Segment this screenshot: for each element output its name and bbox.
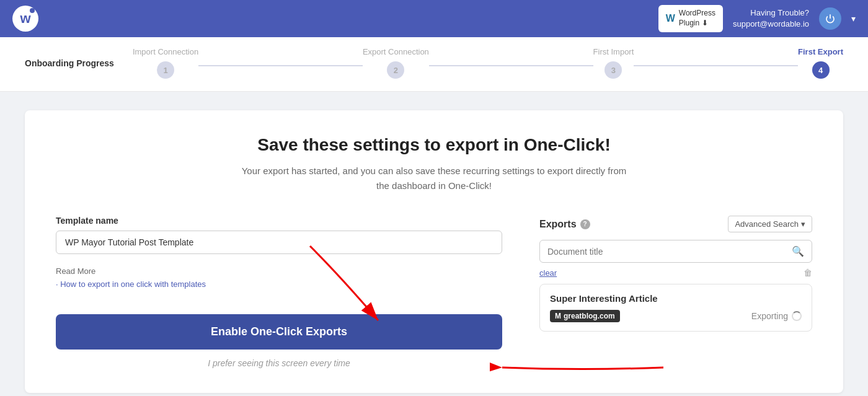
support-email-link[interactable]: support@wordable.io bbox=[733, 19, 809, 29]
two-col-layout: Template name Read More · How to export … bbox=[56, 216, 812, 368]
arrow-container: Enable One-Click Exports bbox=[56, 314, 502, 350]
dropdown-chevron-icon: ▾ bbox=[801, 219, 805, 229]
advanced-search-label: Advanced Search bbox=[735, 219, 799, 229]
template-name-input[interactable] bbox=[56, 231, 502, 254]
loading-spinner bbox=[792, 311, 802, 321]
step-3-circle: 3 bbox=[604, 61, 622, 79]
prefer-label: I prefer seeing this screen every time bbox=[208, 358, 350, 368]
main-content: Save these settings to export in One-Cli… bbox=[0, 92, 868, 396]
medium-icon: M bbox=[555, 312, 561, 320]
header: w W WordPressPlugin ⬇ Having Trouble? su… bbox=[0, 0, 868, 37]
exporting-status: Exporting bbox=[751, 311, 802, 321]
exports-title-row: Exports ? bbox=[539, 219, 590, 230]
logo: w bbox=[12, 6, 38, 32]
advanced-search-button[interactable]: Advanced Search ▾ bbox=[728, 216, 812, 232]
medium-badge: M greatblog.com bbox=[550, 310, 620, 322]
export-item-footer: M greatblog.com Exporting bbox=[550, 310, 802, 322]
search-icon: 🔍 bbox=[792, 245, 804, 257]
read-more-title: Read More bbox=[56, 266, 502, 276]
trouble-title: Having Trouble? bbox=[733, 7, 809, 19]
template-name-label: Template name bbox=[56, 216, 502, 226]
step-line-1 bbox=[198, 65, 363, 66]
step-1-label: Import Connection bbox=[133, 47, 198, 56]
step-2: Export Connection 2 bbox=[363, 47, 429, 79]
step-4: First Export 4 bbox=[798, 47, 843, 79]
wp-plugin-label: WordPressPlugin ⬇ bbox=[679, 9, 715, 28]
step-3: First Import 3 bbox=[593, 47, 634, 79]
prefer-text: I prefer seeing this screen every time bbox=[56, 358, 502, 368]
onboarding-progress: Onboarding Progress Import Connection 1 … bbox=[0, 37, 868, 92]
export-list-item: Super Interesting Article M greatblog.co… bbox=[539, 284, 812, 332]
wordpress-plugin-button[interactable]: W WordPressPlugin ⬇ bbox=[658, 5, 723, 32]
header-right: W WordPressPlugin ⬇ Having Trouble? supp… bbox=[658, 5, 856, 32]
clear-row: clear 🗑 bbox=[539, 268, 812, 278]
domain-label: greatblog.com bbox=[564, 312, 615, 320]
steps-container: Import Connection 1 Export Connection 2 … bbox=[133, 47, 843, 79]
trash-icon[interactable]: 🗑 bbox=[804, 268, 812, 278]
step-1: Import Connection 1 bbox=[133, 47, 198, 79]
step-line-3 bbox=[634, 65, 798, 66]
document-title-search[interactable] bbox=[547, 247, 792, 257]
step-1-circle: 1 bbox=[157, 61, 174, 79]
step-2-circle: 2 bbox=[387, 61, 404, 79]
right-column: Exports ? Advanced Search ▾ 🔍 clear 🗑 bbox=[539, 216, 812, 368]
step-2-label: Export Connection bbox=[363, 47, 429, 56]
search-box: 🔍 bbox=[539, 240, 812, 263]
clear-link[interactable]: clear bbox=[539, 268, 557, 278]
card-subtitle: Your export has started, and you can als… bbox=[56, 164, 812, 193]
trouble-info: Having Trouble? support@wordable.io bbox=[733, 7, 809, 30]
step-4-circle: 4 bbox=[812, 61, 830, 79]
step-3-label: First Import bbox=[593, 47, 634, 56]
read-more-section: Read More · How to export in one click w… bbox=[56, 266, 502, 289]
help-icon[interactable]: ? bbox=[580, 219, 590, 229]
exporting-label: Exporting bbox=[751, 311, 788, 321]
exports-header: Exports ? Advanced Search ▾ bbox=[539, 216, 812, 232]
logo-icon: w bbox=[12, 6, 38, 32]
progress-label: Onboarding Progress bbox=[25, 58, 114, 68]
exports-label: Exports bbox=[539, 219, 577, 230]
chevron-down-icon[interactable]: ▾ bbox=[851, 14, 856, 24]
card-title: Save these settings to export in One-Cli… bbox=[56, 135, 812, 155]
read-more-link[interactable]: · How to export in one click with templa… bbox=[56, 279, 206, 289]
main-card: Save these settings to export in One-Cli… bbox=[25, 110, 843, 393]
step-4-label: First Export bbox=[798, 47, 843, 56]
export-item-title: Super Interesting Article bbox=[550, 293, 802, 304]
left-column: Template name Read More · How to export … bbox=[56, 216, 502, 368]
enable-one-click-button[interactable]: Enable One-Click Exports bbox=[56, 314, 502, 350]
power-button[interactable] bbox=[819, 7, 841, 30]
step-line-2 bbox=[429, 65, 593, 66]
wordpress-icon: W bbox=[666, 13, 675, 24]
